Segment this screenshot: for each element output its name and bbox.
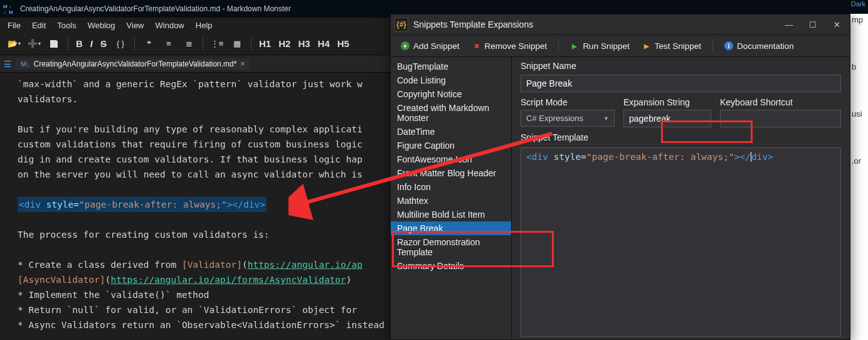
menu-file[interactable]: File [3, 19, 26, 31]
expansion-label: Expansion String [623, 97, 711, 107]
run-snippet-button[interactable]: ▶Run Snippet [565, 39, 634, 53]
window-title: CreatingAnAngularAsyncValidatorForTempla… [20, 4, 291, 13]
dialog-logo-icon: {#} [394, 18, 408, 31]
code-line: dig in and create custom validators. If … [18, 154, 363, 164]
tab-title: CreatingAnAngularAsyncValidatorForTempla… [34, 60, 237, 68]
numlist-icon[interactable]: ≣ [180, 35, 198, 53]
script-mode-dropdown[interactable]: C# Expressions▼ [521, 110, 615, 127]
snippet-name-input[interactable] [521, 75, 841, 92]
code-icon[interactable]: { } [112, 35, 129, 53]
bold-button[interactable]: B [73, 35, 85, 53]
list-item[interactable]: Created with Markdown Monster [391, 101, 511, 125]
keyboard-shortcut-input[interactable] [720, 110, 841, 127]
background-page: mpbusi.or [850, 14, 868, 340]
name-label: Snippet Name [521, 61, 841, 71]
list-item[interactable]: Mathtex [391, 194, 511, 208]
mode-label: Script Mode [521, 97, 615, 107]
add-snippet-button[interactable]: +Add Snippet [396, 39, 465, 53]
markdown-icon: M↓ [21, 60, 30, 68]
code-line: * Return `null` for valid, or an `Valida… [18, 305, 357, 315]
test-snippet-button[interactable]: ▶Test Snippet [637, 39, 706, 53]
theme-label: Dark [851, 0, 865, 8]
bullets-icon[interactable]: ⋮≡ [208, 35, 226, 53]
documentation-button[interactable]: iDocumentation [719, 39, 799, 53]
list-item[interactable]: Copyright Notice [391, 87, 511, 101]
svg-text:↓: ↓ [9, 4, 11, 9]
h3-button[interactable]: H3 [295, 35, 312, 53]
selected-code: <div style="page-break-after: always;"><… [18, 197, 267, 212]
open-icon[interactable]: 📂▾ [5, 35, 23, 53]
close-icon[interactable]: ✕ [827, 17, 846, 32]
list-item[interactable]: Multiline Bold List Item [391, 208, 511, 221]
maximize-icon[interactable]: ☐ [803, 17, 822, 32]
chevron-down-icon: ▼ [603, 115, 609, 122]
code-line: on the server you will need to call an a… [18, 169, 363, 179]
code-line: The process for creating custom validato… [18, 230, 270, 240]
code-line: * Create a class derived from [Validator… [18, 260, 363, 270]
menu-help[interactable]: Help [191, 19, 218, 31]
code-line: custom validations that require firing o… [18, 139, 363, 149]
document-tab[interactable]: M↓ CreatingAnAngularAsyncValidatorForTem… [16, 58, 250, 70]
code-line: * Async Validators return an `Observable… [18, 320, 384, 330]
code-line: [AsyncValidator](https://angular.io/api/… [18, 275, 352, 285]
remove-snippet-button[interactable]: ✖Remove Snippet [467, 39, 553, 53]
new-icon[interactable]: ➕▾ [25, 35, 43, 53]
save-icon[interactable] [45, 35, 63, 53]
snippet-form: Snippet Name Script Mode C# Expressions▼… [512, 57, 850, 339]
h4-button[interactable]: H4 [315, 35, 332, 53]
h1-button[interactable]: H1 [257, 35, 273, 53]
minimize-icon[interactable]: — [780, 17, 798, 32]
list-icon[interactable]: ≡ [160, 35, 177, 53]
code-line: validators. [18, 94, 78, 104]
svg-text:M: M [9, 9, 13, 14]
menu-window[interactable]: Window [151, 19, 189, 31]
table-icon[interactable]: ▦ [228, 35, 246, 53]
menu-weblog[interactable]: Weblog [83, 19, 120, 31]
menu-tools[interactable]: Tools [52, 19, 81, 31]
list-item[interactable]: Front Matter Blog Header [391, 166, 511, 180]
hamburger-icon[interactable]: ☰ [4, 59, 12, 69]
menu-edit[interactable]: Edit [27, 19, 51, 31]
close-icon[interactable]: × [240, 60, 245, 68]
menu-view[interactable]: View [122, 19, 149, 31]
strike-button[interactable]: S [98, 35, 109, 53]
app-logo: M↓↓M [3, 3, 15, 15]
list-item[interactable]: Code Listing [391, 73, 511, 87]
quote-icon[interactable]: ❝ [140, 35, 157, 53]
h2-button[interactable]: H2 [276, 35, 293, 53]
dialog-title: Snippets Template Expansions [413, 19, 775, 29]
list-item[interactable]: FontAwesome Icon [391, 152, 511, 166]
dialog-toolbar: +Add Snippet ✖Remove Snippet ▶Run Snippe… [391, 35, 850, 57]
dialog-titlebar[interactable]: {#} Snippets Template Expansions — ☐ ✕ [391, 14, 850, 35]
code-line: But if you're building any type of reaso… [18, 124, 363, 134]
svg-text:M: M [3, 4, 8, 9]
svg-text:↓: ↓ [3, 9, 6, 14]
italic-button[interactable]: I [88, 35, 95, 53]
h5-button[interactable]: H5 [335, 35, 352, 53]
template-label: Snippet Template [521, 132, 841, 142]
list-item[interactable]: Figure Caption [391, 139, 511, 152]
expansion-string-input[interactable] [623, 110, 711, 127]
list-item-selected[interactable]: Page Break [391, 221, 511, 235]
snippet-list: BugTemplate Code Listing Copyright Notic… [391, 57, 512, 339]
list-item[interactable]: Info Icon [391, 180, 511, 194]
list-item[interactable]: Summary Details [391, 259, 511, 273]
snippets-dialog: {#} Snippets Template Expansions — ☐ ✕ +… [390, 14, 850, 340]
code-line: * Implement the `validate()` method [18, 290, 209, 300]
list-item[interactable]: DateTime [391, 125, 511, 139]
list-item[interactable]: BugTemplate [391, 60, 511, 73]
code-line: `max-width` and a generic RegEx `pattern… [18, 79, 363, 89]
shortcut-label: Keyboard Shortcut [720, 97, 841, 107]
snippet-template-editor[interactable]: <div style="page-break-after: always;"><… [521, 147, 841, 337]
list-item[interactable]: Razor Demonstration Template [391, 235, 511, 259]
